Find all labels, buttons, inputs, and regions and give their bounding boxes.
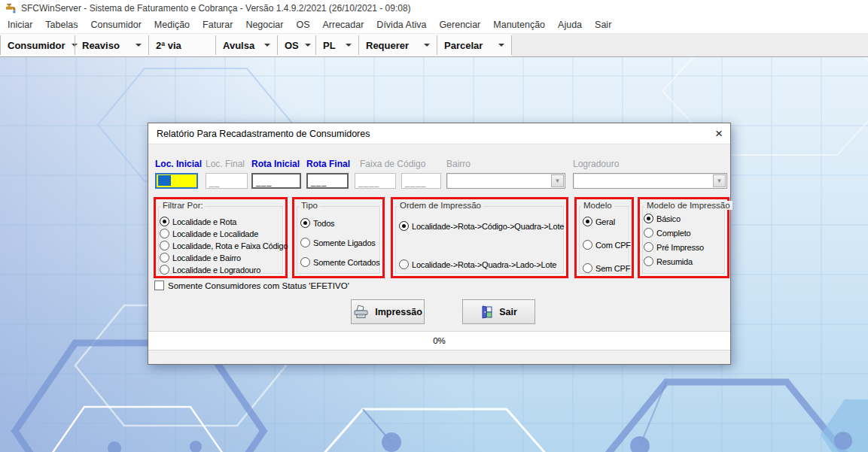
radio-circle-icon [583, 240, 592, 250]
menu-divida-ativa[interactable]: Dívida Ativa [376, 20, 426, 30]
rota-inicial-input[interactable]: ___ [251, 173, 301, 189]
menu-gerenciar[interactable]: Gerenciar [439, 20, 480, 30]
radio-circle-icon [160, 253, 169, 262]
loc-inicial-input[interactable] [155, 173, 198, 189]
radio-circle-icon [160, 265, 169, 275]
radio-basico[interactable]: Básico [644, 213, 727, 224]
radio-somente-ligados[interactable]: Somente Ligados [300, 237, 382, 248]
toolbar-pl-button[interactable]: PL [316, 34, 358, 56]
rota-final-label: Rota Final [306, 159, 350, 169]
impressao-button[interactable]: Impressão [351, 299, 425, 324]
radio-localidade-e-localidade[interactable]: Localidade e Localidade [160, 228, 285, 239]
radio-localidade-e-logradouro[interactable]: Localidade e Logradouro [160, 264, 285, 275]
dropdown-arrow-icon [346, 44, 352, 47]
main-toolbar: Consumidor Reaviso 2ª via Avulsa OS PL [0, 33, 868, 57]
app-faucet-icon [5, 3, 17, 14]
combo-arrow-icon[interactable]: ▼ [551, 174, 564, 187]
radio-circle-icon [399, 259, 409, 269]
dropdown-arrow-icon [264, 44, 270, 47]
toolbar-reaviso-button[interactable]: Reaviso [75, 34, 148, 56]
radio-circle-icon [644, 242, 653, 252]
radio-completo[interactable]: Completo [644, 227, 727, 238]
group-tipo: Tipo Todos Somente Ligados Somente Corta… [292, 197, 385, 278]
progress-value: 0% [433, 336, 446, 345]
radio-circle-icon [399, 221, 409, 231]
recadastramento-dialog: Relatório Para Recadastramento de Consum… [148, 123, 731, 365]
radio-somente-cortados[interactable]: Somente Cortados [300, 256, 382, 268]
toolbar-os-button[interactable]: OS [278, 34, 315, 56]
combo-arrow-icon[interactable]: ▼ [713, 174, 726, 187]
radio-circle-icon [644, 214, 653, 223]
radio-resumida[interactable]: Resumida [644, 256, 727, 267]
radio-circle-icon [160, 229, 169, 238]
radio-todos[interactable]: Todos [300, 217, 382, 229]
menu-iniciar[interactable]: Iniciar [8, 20, 32, 30]
loc-final-input[interactable]: __ [206, 173, 248, 189]
toolbar-segunda-via-button[interactable]: 2ª via [149, 34, 215, 56]
toolbar-os-label: OS [285, 40, 299, 51]
toolbar-parcelar-button[interactable]: Parcelar [437, 34, 511, 56]
toolbar-filler [512, 34, 868, 56]
radio-ordem-quadra-lado-lote[interactable]: Localidade->Rota->Quadra->Lado->Lote [399, 259, 566, 270]
dialog-titlebar: Relatório Para Recadastramento de Consum… [148, 123, 730, 144]
progress-bar: 0% [148, 331, 730, 350]
loc-final-label: Loc. Final [206, 159, 245, 169]
dialog-body: Loc. Inicial Loc. Final Rota Inicial Rot… [148, 144, 730, 364]
dropdown-arrow-icon [136, 44, 142, 47]
radio-ordem-codigo-quadra-lote[interactable]: Localidade->Rota->Código->Quadra->Lote [399, 220, 566, 232]
radio-circle-icon [160, 217, 169, 226]
menu-sair[interactable]: Sair [595, 20, 611, 30]
desktop-background: Relatório Para Recadastramento de Consum… [0, 57, 868, 452]
menu-ajuda[interactable]: Ajuda [558, 20, 582, 30]
radio-sem-cpf[interactable]: Sem CPF [583, 262, 632, 274]
menu-manutencao[interactable]: Manutenção [493, 20, 545, 30]
radio-pre-impresso[interactable]: Pré Impresso [644, 241, 727, 253]
rota-inicial-label: Rota Inicial [251, 159, 300, 169]
toolbar-avulsa-button[interactable]: Avulsa [216, 34, 277, 56]
text-selection-block [158, 175, 171, 186]
bairro-label: Bairro [446, 159, 471, 169]
radio-geral[interactable]: Geral [583, 216, 632, 227]
radio-circle-icon [300, 238, 310, 247]
menu-os[interactable]: OS [296, 20, 309, 30]
radio-com-cpf[interactable]: Com CPF [583, 239, 632, 250]
radio-circle-icon [583, 217, 592, 226]
exit-door-icon [480, 305, 494, 319]
logradouro-combobox[interactable]: ▼ [573, 173, 727, 189]
dropdown-arrow-icon [498, 44, 504, 47]
bairro-combobox[interactable]: ▼ [446, 173, 565, 189]
radio-circle-icon [300, 218, 310, 228]
radio-circle-icon [160, 241, 169, 250]
radio-circle-icon [583, 263, 592, 273]
radio-localidade-e-bairro[interactable]: Localidade e Bairro [160, 252, 285, 263]
radio-circle-icon [300, 257, 310, 267]
menu-faturar[interactable]: Faturar [203, 20, 233, 30]
toolbar-requerer-label: Requerer [366, 40, 409, 51]
sair-button[interactable]: Sair [462, 299, 535, 324]
dialog-close-icon[interactable]: × [708, 123, 730, 144]
group-modelo-title: Modelo [581, 201, 614, 210]
menu-medicao[interactable]: Medição [154, 20, 190, 30]
faixa-codigo-final-input[interactable]: ____ [401, 173, 441, 189]
group-tipo-options: Todos Somente Ligados Somente Cortados [294, 199, 382, 276]
sair-label: Sair [499, 307, 517, 317]
radio-circle-icon [644, 228, 653, 238]
menu-negociar[interactable]: Negociar [245, 20, 283, 30]
faixa-codigo-inicial-input[interactable]: ____ [355, 173, 396, 189]
toolbar-reaviso-label: Reaviso [82, 40, 120, 51]
toolbar-pl-label: PL [323, 40, 336, 51]
status-efetivo-checkbox[interactable]: Somente Consumidores com Status 'EFETIVO… [154, 281, 349, 290]
toolbar-consumidor-button[interactable]: Consumidor [1, 34, 75, 56]
radio-localidade-e-rota[interactable]: Localidade e Rota [160, 216, 285, 227]
menu-arrecadar[interactable]: Arrecadar [322, 20, 364, 30]
dropdown-arrow-icon [305, 44, 311, 47]
loc-inicial-label: Loc. Inicial [155, 159, 202, 169]
menu-tabelas[interactable]: Tabelas [45, 20, 78, 30]
group-ordem-options: Localidade->Rota->Código->Quadra->Lote L… [393, 199, 566, 276]
toolbar-requerer-button[interactable]: Requerer [359, 34, 437, 56]
menu-consumidor[interactable]: Consumidor [90, 20, 141, 30]
radio-localidade-rota-faixa-codigo[interactable]: Localidade, Rota e Faixa Código [160, 240, 285, 251]
rota-final-input[interactable]: ___ [306, 173, 349, 189]
menu-bar: Iniciar Tabelas Consumidor Medição Fatur… [0, 17, 868, 33]
group-modelo-impressao-title: Modelo de Impressão [644, 201, 732, 210]
